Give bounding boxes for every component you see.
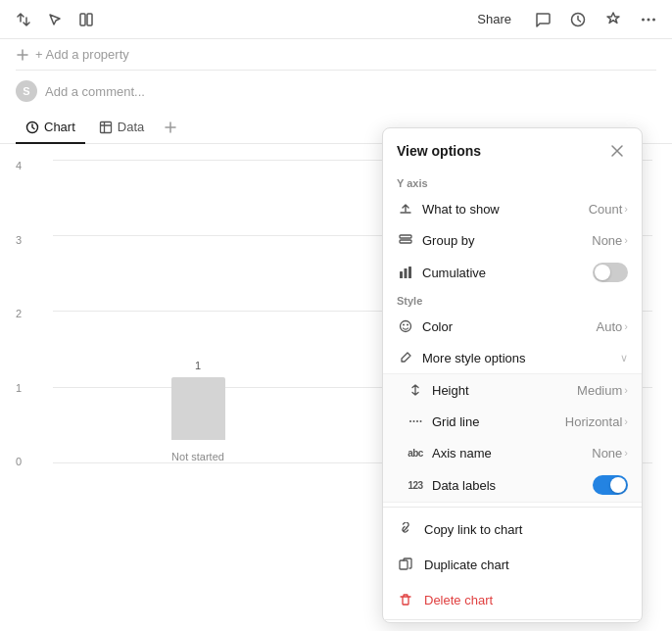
chart-bar-icon [397,264,414,281]
cursor-icon[interactable] [43,8,67,31]
help-row[interactable]: ? Learn about charts [383,619,642,622]
svg-point-13 [401,321,411,332]
chevron-down-icon: ∨ [620,352,628,364]
add-property-row[interactable]: + Add a property [0,39,672,70]
tab-add-icon [164,121,177,134]
comment-row: S Add a comment... [0,71,672,112]
delete-label: Delete chart [424,593,493,607]
what-to-show-value: Count › [589,202,628,217]
star-icon[interactable] [601,8,625,31]
chevron-right-icon-5: › [624,415,628,427]
cumulative-row[interactable]: Cumulative [383,256,642,289]
panel-close-button[interactable] [606,140,628,162]
toolbar-right: Share [469,8,660,31]
dots-icon [407,413,424,430]
color-label: Color [422,319,589,334]
share-button[interactable]: Share [469,8,519,30]
data-labels-label: Data labels [432,478,585,493]
add-tab-button[interactable] [158,115,183,140]
what-to-show-label: What to show [422,202,581,217]
grid-line-row[interactable]: Grid line Horizontal › [383,406,642,437]
toolbar-left [12,8,98,31]
duplicate-label: Duplicate chart [424,558,509,572]
axis-name-value: None › [592,446,628,461]
height-row[interactable]: Height Medium › [383,374,642,406]
svg-point-16 [409,420,411,422]
cumulative-label: Cumulative [422,266,585,280]
group-by-label: Group by [422,233,584,248]
tab-data[interactable]: Data [89,112,154,144]
view-options-panel: View options Y axis What to show Count › [382,127,643,623]
sub-panel: Height Medium › Grid line [383,373,642,503]
y-label-0: 0 [16,456,22,467]
data-labels-toggle[interactable] [593,475,628,495]
grid-line-label: Grid line [432,414,557,429]
tab-chart[interactable]: Chart [16,112,85,144]
svg-point-18 [416,420,418,422]
close-icon [610,144,624,158]
copy-link-row[interactable]: Copy link to chart [383,511,642,547]
chevron-right-icon-6: › [624,447,628,459]
svg-rect-1 [87,14,92,25]
svg-rect-0 [80,14,85,25]
color-value: Auto › [597,319,628,334]
chevron-right-icon: › [624,203,628,215]
svg-rect-8 [400,235,411,238]
history-icon[interactable] [566,8,590,31]
more-style-row[interactable]: More style options ∨ [383,342,642,373]
axis-name-label: Axis name [432,446,584,461]
data-labels-row[interactable]: 123 Data labels [383,468,642,502]
delete-row[interactable]: Delete chart [383,582,642,617]
y-axis: 4 3 2 1 0 [16,160,27,467]
comment-placeholder[interactable]: Add a comment... [45,84,145,99]
upload-icon [397,200,414,218]
cumulative-toggle[interactable] [593,263,628,282]
toggle-knob [595,265,610,280]
x-label-not-started: Not started [82,448,313,463]
svg-point-4 [648,18,650,21]
svg-point-19 [420,420,422,422]
svg-rect-20 [400,560,408,569]
duplicate-row[interactable]: Duplicate chart [383,547,642,582]
brush-icon [397,349,414,366]
svg-rect-11 [405,268,408,278]
svg-rect-7 [100,121,111,132]
panel-title: View options [397,143,481,159]
avatar: S [16,80,37,102]
panel-scroll[interactable]: Y axis What to show Count › [383,171,642,622]
abc-icon: abc [407,444,424,461]
share-label: Share [477,12,511,26]
style-section-label: Style [383,289,642,311]
y-axis-section-label: Y axis [383,171,642,193]
add-property-label: + Add a property [35,47,129,62]
grid-line-value: Horizontal › [565,414,628,429]
svg-rect-12 [408,267,411,278]
height-icon [407,381,424,399]
arrows-icon[interactable] [12,8,35,31]
table-icon [99,121,113,134]
more-icon[interactable] [637,8,660,31]
layout-icon[interactable] [74,8,98,31]
group-by-row[interactable]: Group by None › [383,224,642,256]
palette-icon [397,317,414,335]
bar-value-not-started: 1 [195,360,201,371]
axis-name-row[interactable]: abc Axis name None › [383,437,642,468]
svg-rect-10 [400,271,403,278]
clock-icon [25,121,39,134]
comment-icon[interactable] [531,8,554,31]
y-label-3: 3 [16,234,22,246]
chevron-right-icon-4: › [624,384,628,396]
tab-data-label: Data [118,120,144,134]
more-style-label: More style options [422,351,612,365]
tab-chart-label: Chart [44,120,75,134]
group-by-value: None › [592,233,628,248]
panel-divider-1 [383,507,642,508]
svg-point-15 [407,324,408,326]
svg-point-5 [652,18,655,21]
y-label-4: 4 [16,160,22,171]
color-row[interactable]: Color Auto › [383,311,642,342]
what-to-show-row[interactable]: What to show Count › [383,193,642,224]
svg-point-3 [642,18,645,21]
duplicate-icon [397,556,414,573]
svg-rect-9 [400,240,411,243]
